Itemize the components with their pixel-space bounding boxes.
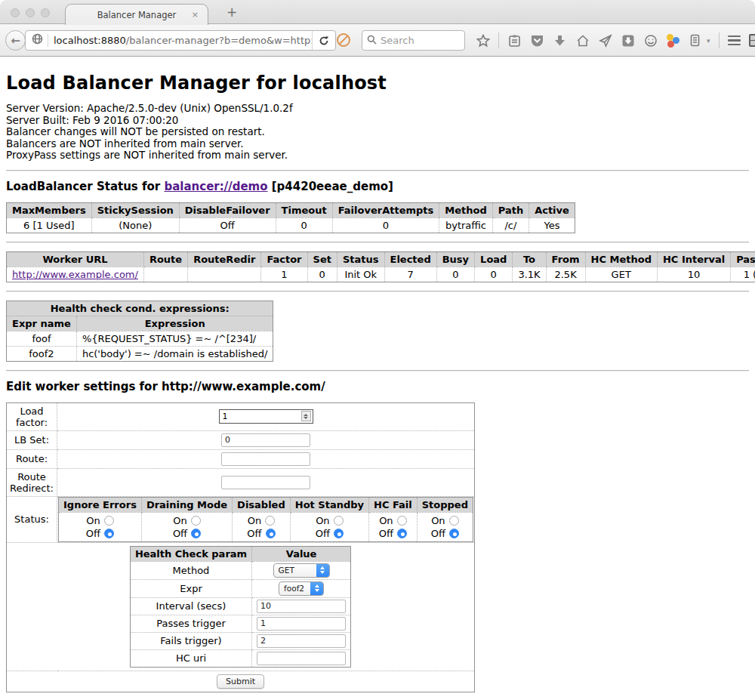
- close-window-button[interactable]: [11, 8, 20, 17]
- status-header-row: Ignore Errors Draining Mode Disabled Hot…: [59, 497, 473, 512]
- device-battery-icon[interactable]: [688, 33, 702, 48]
- search-bar[interactable]: [362, 30, 465, 51]
- val-passes: 1 (0): [731, 267, 755, 282]
- pocket-icon[interactable]: [530, 33, 544, 48]
- panel-download-icon[interactable]: [621, 33, 635, 48]
- url-bar[interactable]: localhost:8880/balancer-manager?b=demo&w…: [25, 30, 336, 51]
- stopped-off-radio[interactable]: [449, 529, 459, 538]
- load-factor-value: 1: [223, 412, 228, 421]
- ignore-errors-off-radio[interactable]: [104, 529, 114, 538]
- val-failoverattempts: 0: [332, 217, 439, 233]
- hc-fails-input[interactable]: [257, 634, 346, 648]
- disabled-on-radio[interactable]: [265, 516, 275, 526]
- url-text[interactable]: localhost:8880/balancer-manager?b=demo&w…: [54, 35, 312, 46]
- route-redirect-input[interactable]: [221, 476, 310, 489]
- tab-balancer-manager[interactable]: Balancer Manager ×: [65, 4, 208, 25]
- bookmark-star-icon[interactable]: [476, 33, 490, 48]
- hc-method-select[interactable]: GET: [273, 563, 330, 578]
- search-input[interactable]: [381, 35, 456, 46]
- select-arrows-icon: [310, 581, 323, 596]
- disabled-off-radio[interactable]: [266, 529, 276, 538]
- hc-passes-input[interactable]: [257, 617, 346, 631]
- col-hc-method: HC Method: [585, 251, 657, 267]
- hc-uri-input[interactable]: [257, 652, 346, 665]
- expr-row-foof2: foof2 hc('body') =~ /domain is establish…: [7, 346, 273, 361]
- hc-fail-on-radio[interactable]: [397, 516, 407, 526]
- tab-groups-grid-icon[interactable]: [749, 34, 755, 47]
- val-hc-method: GET: [585, 267, 657, 282]
- route-input[interactable]: [221, 452, 310, 466]
- new-tab-button[interactable]: +: [226, 5, 237, 20]
- hot-standby-on-radio[interactable]: [334, 516, 344, 526]
- divider: [6, 291, 749, 292]
- off-label: Off: [173, 527, 187, 540]
- page-title: Load Balancer Manager for localhost: [6, 72, 749, 94]
- content-blocked-icon[interactable]: [337, 33, 350, 47]
- val-path: /c/: [492, 217, 528, 233]
- expr-name-foof2: foof2: [7, 346, 77, 361]
- lb-set-label: LB Set:: [7, 430, 57, 449]
- zoom-window-button[interactable]: [41, 8, 50, 17]
- ignore-errors-radios: On Off: [59, 512, 142, 541]
- route-row: Route:: [7, 449, 475, 468]
- hc-interval-label: Interval (secs): [130, 597, 251, 615]
- balancer-data-row: 6 [1 Used] (None) Off 0 0 bytraffic /c/ …: [7, 217, 575, 233]
- home-icon[interactable]: [575, 33, 590, 48]
- minimize-window-button[interactable]: [26, 8, 35, 17]
- extension-colors-icon[interactable]: [666, 34, 680, 48]
- browser-window: Balancer Manager × + ← localhost:8880/ba…: [0, 0, 755, 700]
- hc-expr-select[interactable]: foof2: [279, 581, 324, 596]
- health-expressions-table: Health check cond. expressions: Expr nam…: [6, 301, 273, 362]
- worker-url-link[interactable]: http://www.example.com/: [12, 269, 138, 280]
- expr-title-row: Health check cond. expressions:: [7, 301, 273, 316]
- expr-row-foof: foof %{REQUEST_STATUS} =~ /^[234]/: [7, 331, 273, 346]
- downloads-icon[interactable]: [553, 33, 567, 48]
- lb-set-input[interactable]: [221, 433, 310, 447]
- on-label: On: [173, 514, 186, 527]
- val-disablefailover: Off: [179, 217, 276, 233]
- val-factor: 1: [261, 267, 307, 282]
- col-hc-fail: HC Fail: [369, 497, 418, 512]
- hot-standby-radios: On Off: [290, 512, 368, 541]
- val-set: 0: [307, 267, 337, 282]
- submit-button[interactable]: Submit: [217, 674, 264, 689]
- hc-fail-off-radio[interactable]: [397, 529, 407, 538]
- send-tab-icon[interactable]: [598, 33, 612, 48]
- col-set: Set: [307, 251, 337, 267]
- draining-mode-radios: On Off: [141, 512, 232, 541]
- reading-list-icon[interactable]: [507, 33, 522, 48]
- hot-standby-off-radio[interactable]: [334, 529, 344, 538]
- val-from: 2.5K: [546, 267, 585, 282]
- url-domain: localhost:8880: [54, 35, 126, 46]
- reload-button[interactable]: [312, 31, 335, 50]
- on-label: On: [248, 514, 261, 527]
- hc-interval-input[interactable]: [257, 600, 346, 613]
- col-expression: Expression: [76, 316, 273, 331]
- balancer-demo-link[interactable]: balancer://demo: [164, 180, 267, 193]
- persist-note-line: Balancer changes will NOT be persisted o…: [6, 126, 749, 138]
- off-label: Off: [247, 527, 261, 540]
- ignore-errors-on-radio[interactable]: [104, 516, 114, 526]
- tab-bar: Balancer Manager × +: [0, 0, 755, 24]
- lb-set-row: LB Set:: [7, 430, 475, 449]
- number-spinner[interactable]: [301, 411, 311, 421]
- stopped-on-radio[interactable]: [449, 516, 459, 526]
- edit-worker-form: Load factor: 1 LB Set: Route: Route Redi…: [6, 402, 475, 692]
- off-label: Off: [316, 527, 330, 540]
- hc-passes-label: Passes trigger: [130, 615, 251, 632]
- chevron-down-icon[interactable]: ▾: [707, 37, 710, 45]
- menu-hamburger-icon[interactable]: [728, 35, 741, 46]
- draining-mode-on-radio[interactable]: [191, 516, 201, 526]
- tab-close-icon[interactable]: ×: [192, 10, 199, 20]
- feedback-smiley-icon[interactable]: [643, 33, 658, 48]
- draining-mode-off-radio[interactable]: [191, 529, 201, 538]
- expr-value-foof2: hc('body') =~ /domain is established/: [76, 346, 273, 361]
- load-factor-input[interactable]: 1: [219, 409, 313, 424]
- submit-row: Submit: [7, 671, 475, 692]
- site-identity-globe-icon[interactable]: [32, 33, 43, 48]
- expr-table-title: Health check cond. expressions:: [7, 301, 273, 316]
- col-from: From: [546, 251, 585, 267]
- page-content: Load Balancer Manager for localhost Serv…: [0, 57, 755, 700]
- back-button[interactable]: ←: [5, 30, 26, 51]
- window-controls[interactable]: [11, 8, 50, 17]
